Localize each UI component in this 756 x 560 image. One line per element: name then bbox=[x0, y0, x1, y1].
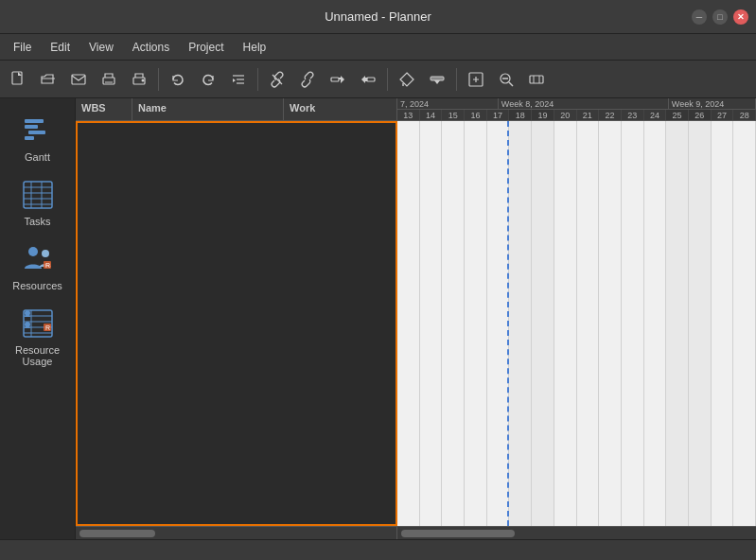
grid-lines bbox=[397, 121, 756, 526]
print-preview-button[interactable] bbox=[125, 65, 153, 94]
day-20: 20 bbox=[554, 110, 577, 120]
col-work-header: Work bbox=[284, 98, 378, 120]
minimize-button[interactable]: ─ bbox=[692, 9, 707, 25]
zoom-toggle-button[interactable] bbox=[522, 65, 551, 94]
right-scroll-thumb[interactable] bbox=[401, 530, 515, 537]
day-21: 21 bbox=[577, 110, 600, 120]
svg-rect-3 bbox=[105, 81, 113, 83]
menu-help[interactable]: Help bbox=[234, 38, 276, 57]
svg-text:R: R bbox=[45, 262, 50, 269]
right-header: 7, 2024 Week 8, 2024 Week 9, 2024 13 14 … bbox=[397, 98, 756, 120]
data-area bbox=[76, 121, 756, 526]
grid-col-15 bbox=[442, 121, 465, 526]
svg-rect-14 bbox=[431, 77, 444, 80]
week-label-7: 7, 2024 bbox=[397, 98, 499, 109]
undo-button[interactable] bbox=[164, 65, 192, 94]
svg-rect-13 bbox=[402, 83, 404, 86]
day-27: 27 bbox=[712, 110, 734, 120]
day-13: 13 bbox=[397, 110, 420, 120]
grid-col-27 bbox=[712, 121, 734, 526]
menu-file[interactable]: File bbox=[4, 38, 41, 57]
grid-col-17 bbox=[487, 121, 510, 526]
left-header: WBS Name Work bbox=[76, 98, 397, 120]
svg-rect-10 bbox=[331, 78, 339, 81]
close-button[interactable]: ✕ bbox=[733, 9, 748, 25]
menu-edit[interactable]: Edit bbox=[41, 38, 79, 57]
link-button[interactable] bbox=[293, 65, 322, 94]
summary-button[interactable] bbox=[423, 65, 451, 94]
gantt-chart[interactable] bbox=[397, 121, 756, 526]
indent-button[interactable] bbox=[224, 65, 253, 94]
maximize-button[interactable]: □ bbox=[712, 9, 728, 25]
zoom-fit-button[interactable] bbox=[462, 65, 490, 94]
day-25: 25 bbox=[666, 110, 689, 120]
content-area: WBS Name Work 7, 2024 Week 8, 2024 Week … bbox=[76, 98, 756, 539]
statusbar bbox=[0, 539, 756, 560]
main-area: Gantt Tasks bbox=[0, 98, 756, 539]
week-label-8: Week 8, 2024 bbox=[499, 98, 669, 109]
menu-project[interactable]: Project bbox=[179, 38, 233, 57]
svg-point-34 bbox=[42, 250, 49, 257]
new-button[interactable] bbox=[4, 65, 32, 94]
right-scrollbar[interactable] bbox=[397, 527, 756, 539]
email-button[interactable] bbox=[64, 65, 93, 94]
grid-col-28 bbox=[733, 121, 756, 526]
day-28: 28 bbox=[733, 110, 756, 120]
week-row: 7, 2024 Week 8, 2024 Week 9, 2024 bbox=[397, 98, 756, 110]
zoom-out-button[interactable] bbox=[492, 65, 520, 94]
left-scrollbar[interactable] bbox=[76, 527, 397, 539]
table-header: WBS Name Work 7, 2024 Week 8, 2024 Week … bbox=[76, 98, 756, 121]
resources-label: Resources bbox=[12, 280, 62, 291]
grid-col-20 bbox=[554, 121, 577, 526]
sidebar: Gantt Tasks bbox=[0, 98, 76, 539]
sidebar-item-gantt[interactable]: Gantt bbox=[4, 106, 72, 168]
grid-col-16 bbox=[465, 121, 487, 526]
day-19: 19 bbox=[532, 110, 554, 120]
menubar: File Edit View Actions Project Help bbox=[0, 34, 756, 61]
day-16: 16 bbox=[465, 110, 487, 120]
menu-view[interactable]: View bbox=[79, 38, 123, 57]
week-label-9: Week 9, 2024 bbox=[669, 98, 756, 109]
toolbar-sep-3 bbox=[387, 68, 388, 91]
toolbar-sep-1 bbox=[158, 68, 159, 91]
svg-line-18 bbox=[509, 82, 513, 86]
redo-button[interactable] bbox=[194, 65, 222, 94]
move-left-button[interactable] bbox=[354, 65, 382, 94]
window-title: Unnamed - Planner bbox=[325, 9, 431, 24]
day-26: 26 bbox=[689, 110, 712, 120]
grid-col-19 bbox=[532, 121, 554, 526]
svg-text:R: R bbox=[45, 324, 50, 331]
svg-line-9 bbox=[273, 75, 282, 84]
left-scroll-thumb[interactable] bbox=[79, 530, 155, 537]
milestone-button[interactable] bbox=[393, 65, 421, 94]
resource-usage-label: Resource Usage bbox=[8, 344, 68, 367]
task-grid[interactable] bbox=[76, 121, 397, 526]
toolbar bbox=[0, 61, 756, 98]
unlink-button[interactable] bbox=[263, 65, 291, 94]
grid-col-24 bbox=[644, 121, 667, 526]
menu-actions[interactable]: Actions bbox=[123, 38, 179, 57]
grid-col-14 bbox=[420, 121, 443, 526]
move-right-button[interactable] bbox=[324, 65, 352, 94]
grid-col-23 bbox=[622, 121, 644, 526]
sidebar-item-resource-usage[interactable]: R Resource Usage bbox=[4, 299, 72, 373]
day-22: 22 bbox=[599, 110, 622, 120]
day-row: 13 14 15 16 17 18 19 20 21 22 23 24 25 2… bbox=[397, 110, 756, 120]
scrollbar-area bbox=[76, 526, 756, 539]
sidebar-item-resources[interactable]: R Resources bbox=[4, 235, 72, 297]
window-controls: ─ □ ✕ bbox=[692, 9, 748, 25]
open-button[interactable] bbox=[34, 65, 62, 94]
svg-rect-19 bbox=[530, 76, 543, 83]
print-button[interactable] bbox=[95, 65, 123, 94]
grid-col-13 bbox=[397, 121, 420, 526]
svg-rect-1 bbox=[72, 75, 85, 84]
tasks-icon bbox=[19, 176, 57, 214]
svg-rect-22 bbox=[25, 119, 44, 123]
gantt-label: Gantt bbox=[25, 151, 50, 163]
col-wbs-header: WBS bbox=[76, 98, 132, 120]
sidebar-item-tasks[interactable]: Tasks bbox=[4, 170, 72, 233]
resources-icon: R bbox=[19, 240, 57, 278]
today-line bbox=[507, 121, 509, 526]
day-17: 17 bbox=[487, 110, 510, 120]
col-name-header: Name bbox=[132, 98, 284, 120]
